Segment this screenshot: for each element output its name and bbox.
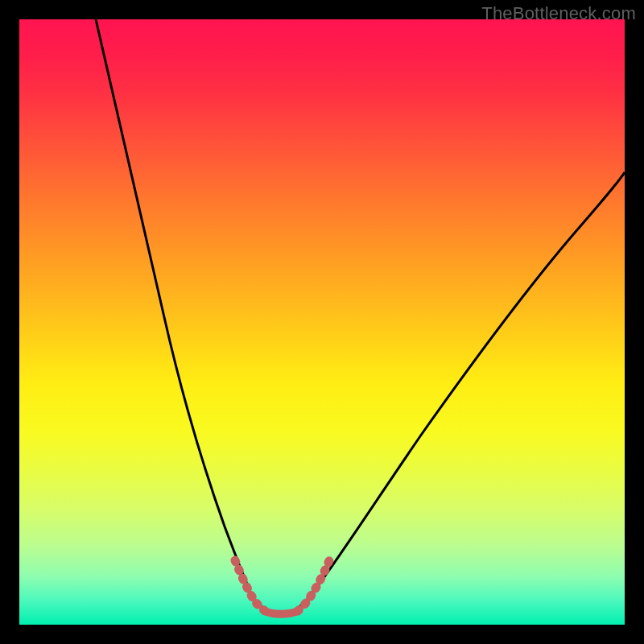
plot-area	[19, 19, 625, 625]
outer-frame: TheBottleneck.com	[0, 0, 644, 644]
accent-flat-bottom	[265, 611, 298, 614]
accent-right-rise	[298, 559, 330, 611]
curve-left-branch	[96, 19, 253, 597]
chart-svg	[19, 19, 625, 625]
accent-left-descent	[235, 560, 265, 611]
curve-right-branch	[313, 172, 625, 592]
